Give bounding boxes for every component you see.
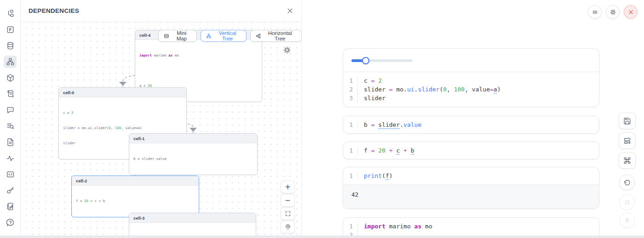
sidebar-item-snippets[interactable] xyxy=(4,136,17,148)
plus-icon: + xyxy=(285,183,291,191)
save-icon xyxy=(623,117,631,125)
graph-settings-button[interactable] xyxy=(283,46,291,54)
node-code-line: f = 20 + c + b xyxy=(76,198,195,204)
notebook-cell-print[interactable]: 1print(f) 42 xyxy=(343,167,599,209)
cell-code-editor[interactable]: 1f = 20 + c + b xyxy=(343,142,599,159)
fit-view-button[interactable] xyxy=(281,207,295,220)
sidebar-item-dependencies[interactable] xyxy=(4,56,17,68)
code-line: c = 2 xyxy=(358,76,382,85)
node-code-line: slider = mo.ui.slider(0, 100, value=a) xyxy=(63,125,182,130)
shutdown-icon xyxy=(627,9,634,16)
cell-code-editor[interactable]: 1print(f) xyxy=(343,167,599,184)
graph-zoom-controls: + − xyxy=(281,181,295,233)
sidebar-item-outputs[interactable] xyxy=(4,168,17,181)
dependency-graph-canvas[interactable]: cell-4 import marimo as mo a = 20 cell-0… xyxy=(21,22,302,238)
graph-node-cell-2[interactable]: cell-2 f = 20 + c + b xyxy=(71,176,199,217)
notebook-cells: 1c = 2 2slider = mo.ui.slider(0, 100, va… xyxy=(343,48,599,238)
zoom-in-button[interactable]: + xyxy=(281,181,295,193)
dependencies-panel-header: DEPENDENCIES xyxy=(21,0,301,22)
graph-node-cell-3[interactable]: cell-3 print(f) xyxy=(129,213,256,238)
minus-icon: − xyxy=(285,196,291,204)
stop-button[interactable] xyxy=(619,194,635,210)
graph-view-toolbar: Mini Map Vertical Tree Horizontal Tree xyxy=(158,30,302,42)
node-code-line: b = slider.value xyxy=(133,156,253,161)
sidebar-item-scratchpad[interactable] xyxy=(4,200,17,213)
graph-node-cell-1[interactable]: cell-1 b = slider.value xyxy=(129,133,258,175)
shutdown-button[interactable] xyxy=(624,5,638,19)
minimap-icon xyxy=(164,33,169,39)
line-number: 1 xyxy=(343,120,358,129)
code-line: slider = mo.ui.slider(0, 100, value=a) xyxy=(358,85,500,94)
horizontal-tree-button[interactable]: Horizontal Tree xyxy=(250,30,302,42)
sidebar-item-file-explorer[interactable] xyxy=(4,7,17,20)
notebook-cell-import[interactable]: 1import marimo as mo 2 xyxy=(343,217,599,238)
fit-view-icon xyxy=(285,210,291,217)
dependencies-panel: DEPENDENCIES xyxy=(21,0,302,238)
gear-icon xyxy=(283,46,291,54)
code-line: slider xyxy=(358,94,385,102)
notebook-cell-slider[interactable]: 1c = 2 2slider = mo.ui.slider(0, 100, va… xyxy=(343,48,599,107)
chat-icon xyxy=(6,106,15,114)
line-number: 1 xyxy=(343,76,358,85)
line-number: 1 xyxy=(343,146,358,155)
sidebar-item-documentation[interactable] xyxy=(4,88,17,100)
layout-icon xyxy=(623,137,631,145)
close-icon xyxy=(287,7,293,14)
notebook-settings-button[interactable] xyxy=(606,5,620,19)
scratchpad-icon xyxy=(6,202,15,211)
vertical-tree-icon xyxy=(206,33,212,39)
sidebar-item-variables[interactable] xyxy=(4,23,17,36)
vertical-tree-button[interactable]: Vertical Tree xyxy=(201,30,247,42)
node-title: cell-0 xyxy=(59,88,186,97)
layout-button[interactable] xyxy=(619,132,636,149)
minimap-button[interactable]: Mini Map xyxy=(158,30,197,42)
slider-thumb[interactable] xyxy=(362,57,369,64)
notebook-cell-b[interactable]: 1b = slider.value xyxy=(343,116,599,134)
line-number: 3 xyxy=(343,94,358,102)
panel-title: DEPENDENCIES xyxy=(29,7,79,14)
slider-widget[interactable] xyxy=(351,57,413,64)
sidebar-item-secrets[interactable] xyxy=(4,184,17,197)
activity-bar xyxy=(0,0,21,238)
sidebar-item-chat[interactable] xyxy=(4,104,17,116)
sidebar-item-logs[interactable] xyxy=(4,120,17,132)
node-code-line xyxy=(139,68,258,73)
help-icon xyxy=(6,218,15,227)
line-number: 1 xyxy=(343,222,358,231)
zoom-out-button[interactable]: − xyxy=(281,194,295,207)
save-button[interactable] xyxy=(619,113,636,129)
sidebar-item-data-sources[interactable] xyxy=(4,40,17,52)
line-number: 1 xyxy=(343,171,358,180)
dependencies-icon xyxy=(6,57,15,66)
undo-icon xyxy=(623,179,631,187)
sidebar-item-help[interactable] xyxy=(4,216,17,229)
packages-icon xyxy=(6,74,15,82)
undo-button[interactable] xyxy=(619,175,635,190)
code-line: import marimo as mo xyxy=(358,222,432,231)
cell-code-editor[interactable]: 1b = slider.value xyxy=(343,116,599,133)
close-panel-button[interactable] xyxy=(287,7,293,14)
sidebar-item-packages[interactable] xyxy=(4,72,17,84)
data-sources-icon xyxy=(6,41,15,50)
keyboard-shortcuts-button[interactable] xyxy=(619,152,636,169)
code-line: print(f) xyxy=(358,171,393,180)
notebook-menu-button[interactable] xyxy=(588,5,602,19)
file-explorer-icon xyxy=(6,9,15,18)
documentation-icon xyxy=(6,90,15,98)
code-line: f = 20 + c + b xyxy=(358,146,414,155)
status-footer xyxy=(0,236,644,238)
line-number: 2 xyxy=(343,85,358,94)
run-button[interactable] xyxy=(619,212,635,228)
node-code-line: c = 2 xyxy=(63,110,182,115)
notebook-cell-f[interactable]: 1f = 20 + c + b xyxy=(343,142,599,159)
cell-code-editor[interactable]: 1import marimo as mo 2 xyxy=(343,218,599,238)
cell-console-output: 42 xyxy=(343,184,599,209)
horizontal-tree-icon xyxy=(256,33,261,39)
sidebar-item-tracing[interactable] xyxy=(4,152,17,164)
cell-code-editor[interactable]: 1c = 2 2slider = mo.ui.slider(0, 100, va… xyxy=(343,72,599,107)
pin-icon xyxy=(285,224,291,230)
lock-position-button[interactable] xyxy=(281,221,295,233)
notebook-topbar xyxy=(588,5,638,19)
stop-icon xyxy=(623,198,631,206)
node-title: cell-2 xyxy=(72,176,199,186)
